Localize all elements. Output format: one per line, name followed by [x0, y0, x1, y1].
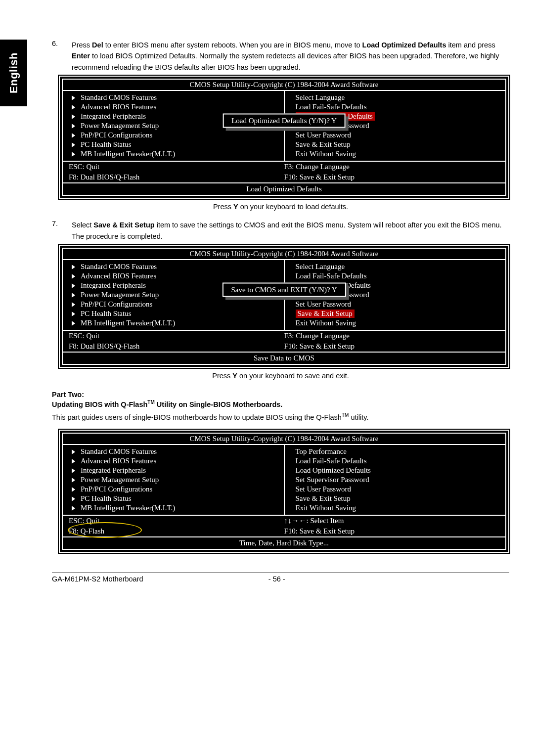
bios-menu-item[interactable]: PC Health Status: [67, 140, 280, 149]
bios-menu-item[interactable]: Load Fail-Safe Defaults: [289, 102, 502, 112]
footer-model: GA-M61PM-S2 Motherboard: [52, 575, 143, 583]
submenu-arrow-icon: [72, 95, 75, 100]
submenu-arrow-icon: [72, 114, 75, 119]
bios-menu-label: PC Health Status: [81, 494, 132, 503]
submenu-arrow-icon: [72, 449, 75, 454]
submenu-arrow-icon: [72, 124, 75, 129]
bios-menu-label: Integrated Peripherals: [81, 466, 146, 475]
bios-left-column: Standard CMOS FeaturesAdvanced BIOS Feat…: [63, 445, 285, 515]
bios-menu-item[interactable]: MB Intelligent Tweaker(M.I.T.): [67, 503, 280, 513]
bios-menu-label: Set User Password: [296, 300, 352, 308]
bios-menu-label: Save & Exit Setup: [296, 494, 351, 502]
submenu-arrow-icon: [72, 506, 75, 511]
bios-menu-label: Select Language: [296, 93, 345, 101]
bios-menu-label: Exit Without Saving: [296, 504, 356, 512]
bios-menu-item[interactable]: PnP/PCI Configurations: [67, 131, 280, 140]
submenu-arrow-icon: [72, 142, 75, 147]
bios-menu-label: PC Health Status: [81, 140, 132, 149]
bios-menu-item[interactable]: Load Fail-Safe Defaults: [289, 456, 502, 466]
bios-key-bar: ESC: Quit↑↓→←: Select Item: [63, 515, 505, 526]
bios-menu-item[interactable]: PnP/PCI Configurations: [67, 485, 280, 494]
bios-menu-item[interactable]: Standard CMOS Features: [67, 262, 280, 271]
bios-title: CMOS Setup Utility-Copyright (C) 1984-20…: [63, 249, 505, 260]
bios-menu-label: Integrated Peripherals: [81, 112, 146, 121]
step-7: 7. Select Save & Exit Setup item to save…: [52, 220, 509, 242]
bios-title: CMOS Setup Utility-Copyright (C) 1984-20…: [63, 80, 505, 91]
bios-menu-item[interactable]: Exit Without Saving: [289, 318, 502, 328]
confirm-dialog[interactable]: Save to CMOS and EXIT (Y/N)? Y: [222, 282, 346, 297]
part-two-subheading: Updating BIOS with Q-FlashTM Utility on …: [52, 400, 509, 408]
bios-menu-label: PnP/PCI Configurations: [81, 131, 152, 139]
bios-menu-item[interactable]: PC Health Status: [67, 309, 280, 318]
bios-right-column: Top PerformanceLoad Fail-Safe DefaultsLo…: [285, 445, 506, 515]
bios-menu-item[interactable]: Load Optimized Defaults: [289, 466, 502, 475]
bios-menu-item[interactable]: Set Supervisor Password: [289, 475, 502, 485]
bios-menu-item[interactable]: Exit Without Saving: [289, 503, 502, 513]
bios-menu-item[interactable]: MB Intelligent Tweaker(M.I.T.): [67, 149, 280, 159]
bios-menu-item[interactable]: Integrated Peripherals: [67, 466, 280, 475]
bios-menu-label: Advanced BIOS Features: [81, 457, 156, 465]
confirm-dialog[interactable]: Load Optimized Defaults (Y/N)? Y: [222, 113, 346, 128]
bios-menu-item[interactable]: Advanced BIOS Features: [67, 271, 280, 281]
bios-menu-item[interactable]: PC Health Status: [67, 494, 280, 503]
bios-menu-label: Save & Exit Setup: [296, 310, 355, 318]
submenu-arrow-icon: [72, 133, 75, 138]
bios-menu-item[interactable]: Set User Password: [289, 300, 502, 309]
bios-menu-label: PC Health Status: [81, 310, 132, 318]
caption-load-defaults: Press Y on your keyboard to load default…: [52, 203, 509, 211]
bios-menu-label: Power Management Setup: [81, 291, 159, 299]
bios-menu-item[interactable]: Standard CMOS Features: [67, 447, 280, 456]
bios-menu-label: Exit Without Saving: [296, 150, 356, 158]
bios-menu-item[interactable]: Save & Exit Setup: [289, 494, 502, 503]
bios-menu-item[interactable]: Set User Password: [289, 131, 502, 140]
bios-title: CMOS Setup Utility-Copyright (C) 1984-20…: [63, 434, 505, 445]
bios-menu-item[interactable]: Advanced BIOS Features: [67, 102, 280, 112]
bios-hint: Time, Date, Hard Disk Type...: [63, 536, 505, 549]
bios-screen-save-exit: CMOS Setup Utility-Copyright (C) 1984-20…: [59, 245, 509, 368]
bios-menu-item[interactable]: Select Language: [289, 262, 502, 271]
bios-menu-item[interactable]: Top Performance: [289, 447, 502, 456]
bios-menu-item[interactable]: MB Intelligent Tweaker(M.I.T.): [67, 318, 280, 328]
bios-menu-item[interactable]: Set User Password: [289, 485, 502, 494]
bios-hint: Load Optimized Defaults: [63, 182, 505, 195]
bios-menu-item[interactable]: Exit Without Saving: [289, 149, 502, 159]
bios-menu-item[interactable]: PnP/PCI Configurations: [67, 300, 280, 309]
bios-menu-label: MB Intelligent Tweaker(M.I.T.): [81, 504, 175, 512]
step-body: Select Save & Exit Setup item to save th…: [72, 220, 509, 242]
submenu-arrow-icon: [72, 105, 75, 110]
bios-key-bar: ESC: QuitF3: Change Language: [63, 330, 505, 341]
bios-menu-item[interactable]: Save & Exit Setup: [289, 309, 502, 318]
bios-menu-item[interactable]: Standard CMOS Features: [67, 93, 280, 102]
bios-menu-item[interactable]: Power Management Setup: [67, 475, 280, 485]
bios-menu-item[interactable]: Load Fail-Safe Defaults: [289, 271, 502, 281]
bios-menu-label: Standard CMOS Features: [81, 263, 157, 271]
submenu-arrow-icon: [72, 293, 75, 298]
bios-menu-label: PnP/PCI Configurations: [81, 300, 152, 309]
bios-screen-qflash: CMOS Setup Utility-Copyright (C) 1984-20…: [59, 430, 509, 553]
bios-screen-load-defaults: CMOS Setup Utility-Copyright (C) 1984-20…: [59, 76, 509, 199]
bios-menu-item[interactable]: Select Language: [289, 93, 502, 102]
bios-key-bar-2: F8: Dual BIOS/Q-FlashF10: Save & Exit Se…: [63, 341, 505, 352]
bios-menu-label: MB Intelligent Tweaker(M.I.T.): [81, 319, 175, 327]
step-number: 7.: [52, 220, 63, 242]
submenu-arrow-icon: [72, 152, 75, 157]
step-number: 6.: [52, 40, 63, 73]
submenu-arrow-icon: [72, 321, 75, 326]
part-two-heading: Part Two:: [52, 391, 509, 399]
bios-menu-label: Advanced BIOS Features: [81, 103, 156, 111]
submenu-arrow-icon: [72, 459, 75, 464]
bios-menu-label: Integrated Peripherals: [81, 281, 146, 290]
part-two-body: This part guides users of single-BIOS mo…: [52, 411, 509, 423]
bios-menu-item[interactable]: Save & Exit Setup: [289, 140, 502, 149]
bios-key-bar-2: F8: Q-FlashF10: Save & Exit Setup: [63, 526, 505, 536]
bios-menu-item[interactable]: Advanced BIOS Features: [67, 456, 280, 466]
bios-menu-label: Power Management Setup: [81, 122, 159, 130]
bios-menu-label: Top Performance: [296, 447, 347, 455]
footer-page-number: - 56 -: [143, 575, 410, 583]
bios-menu-label: Load Fail-Safe Defaults: [296, 457, 367, 465]
bios-hint: Save Data to CMOS: [63, 352, 505, 364]
submenu-arrow-icon: [72, 274, 75, 279]
submenu-arrow-icon: [72, 265, 75, 269]
language-tab-label: English: [7, 52, 20, 93]
bios-menu-label: Load Optimized Defaults: [296, 466, 371, 474]
